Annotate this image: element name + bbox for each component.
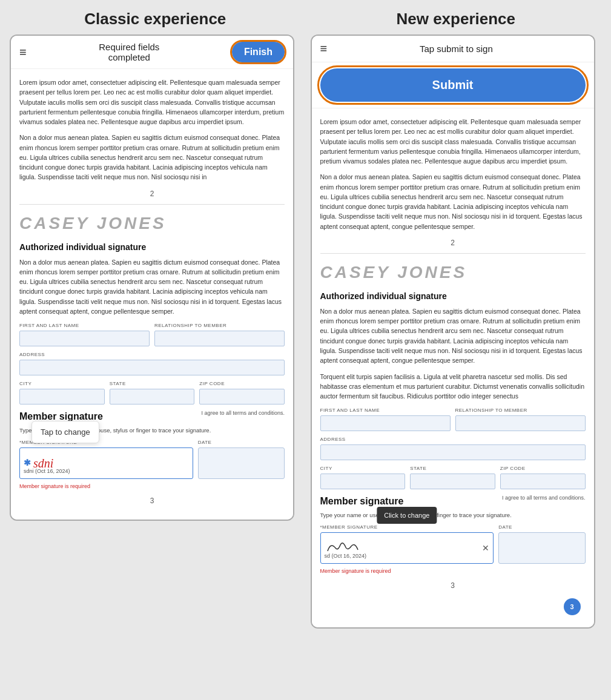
new-city-input[interactable] xyxy=(320,474,406,489)
new-sig-clear-button[interactable]: ✕ xyxy=(482,541,489,554)
classic-title: Classic experience xyxy=(10,10,301,28)
new-error-text: Member signature is required xyxy=(320,567,586,576)
classic-state-field: STATE xyxy=(110,380,195,404)
classic-sig-box[interactable]: ✱ sdni sdni (Oct 16, 2024) xyxy=(19,447,193,479)
new-hamburger-icon[interactable]: ≡ xyxy=(320,42,328,56)
new-sig-field-wrapper: Click to change *MEMBER SIGNATURE ✕ sd (… xyxy=(320,524,494,564)
new-page-number-2: 2 xyxy=(320,237,586,248)
new-first-last-label: FIRST AND LAST NAME xyxy=(320,407,451,414)
classic-phone-frame: ≡ Required fields completed Finish Lorem… xyxy=(10,35,294,521)
classic-zip-field: ZIP CODE xyxy=(199,380,285,404)
new-member-sig-header: Member signature I agree to all terms an… xyxy=(320,494,586,509)
new-header: ≡ Tap submit to sign xyxy=(312,36,594,62)
new-date-field: DATE xyxy=(498,524,585,564)
new-type-instruction: Type your name or use your mouse, stylus… xyxy=(320,511,586,520)
new-terms-text: I agree to all terms and conditions. xyxy=(502,494,586,503)
classic-header-title: Required fields completed xyxy=(27,42,232,62)
classic-address-field: ADDRESS xyxy=(19,351,285,375)
classic-relationship-input[interactable] xyxy=(154,331,285,346)
new-address-field: ADDRESS xyxy=(320,436,586,460)
new-city-label: CITY xyxy=(320,465,406,472)
new-phone-frame: ≡ Tap submit to sign Submit Lorem ipsum … xyxy=(311,35,595,629)
classic-tap-to-change-tooltip[interactable]: Tap to change xyxy=(31,421,99,444)
new-submit-wrapper: Submit xyxy=(312,62,594,108)
classic-relationship-label: RELATIONSHIP TO MEMBER xyxy=(154,322,285,329)
classic-city-field: CITY xyxy=(19,380,105,404)
new-lorem1: Lorem ipsum odor amet, consectetuer adip… xyxy=(320,117,586,166)
classic-date-field: DATE xyxy=(198,439,285,479)
new-title: New experience xyxy=(311,10,602,28)
classic-body-text: Non a dolor mus aenean platea. Sapien eu… xyxy=(19,257,285,317)
new-submit-button[interactable]: Submit xyxy=(320,68,586,102)
new-date-input[interactable] xyxy=(498,532,585,564)
classic-address-label: ADDRESS xyxy=(19,351,285,358)
new-zip-label: ZIP CODE xyxy=(500,465,586,472)
classic-address-input[interactable] xyxy=(19,360,285,375)
new-signature-name: CASEY JONES xyxy=(320,260,586,285)
classic-sig-row: Tap to change *MEMBER SIGNATURE ✱ sdni s… xyxy=(19,439,285,479)
classic-error-text: Member signature is required xyxy=(19,483,285,491)
classic-sig-field-wrapper: Tap to change *MEMBER SIGNATURE ✱ sdni s… xyxy=(19,439,193,479)
classic-section-title: Authorized individual signature xyxy=(19,241,285,254)
classic-page-number-2: 2 xyxy=(19,188,285,199)
new-section-title: Authorized individual signature xyxy=(320,290,586,303)
classic-lorem2: Non a dolor mus aenean platea. Sapien eu… xyxy=(19,133,285,182)
classic-name-relationship-row: FIRST AND LAST NAME RELATIONSHIP TO MEMB… xyxy=(19,322,285,346)
classic-relationship-field: RELATIONSHIP TO MEMBER xyxy=(154,322,285,346)
new-city-state-zip-row: CITY STATE ZIP CODE xyxy=(320,465,586,489)
classic-zip-input[interactable] xyxy=(199,389,285,404)
classic-state-label: STATE xyxy=(110,380,195,388)
new-sig-date: sd (Oct 16, 2024) xyxy=(325,552,367,561)
classic-first-last-label: FIRST AND LAST NAME xyxy=(19,322,150,329)
classic-first-last-input[interactable] xyxy=(19,331,150,346)
new-lorem2: Non a dolor mus aenean platea. Sapien eu… xyxy=(320,172,586,231)
new-first-last-input[interactable] xyxy=(320,415,451,431)
new-sig-box[interactable]: ✕ sd (Oct 16, 2024) xyxy=(320,532,494,564)
classic-city-input[interactable] xyxy=(19,389,105,404)
classic-lorem1: Lorem ipsum odor amet, consectetuer adip… xyxy=(19,78,285,127)
new-phone-body: Lorem ipsum odor amet, consectetuer adip… xyxy=(312,108,594,627)
new-header-title: Tap submit to sign xyxy=(327,44,585,54)
classic-hamburger-icon[interactable]: ≡ xyxy=(19,45,27,59)
classic-header: ≡ Required fields completed Finish xyxy=(11,36,293,69)
new-click-to-change-tooltip[interactable]: Click to change xyxy=(377,507,437,524)
classic-city-state-zip-row: CITY STATE ZIP CODE xyxy=(19,380,285,404)
new-state-label: STATE xyxy=(410,465,495,472)
new-name-relationship-row: FIRST AND LAST NAME RELATIONSHIP TO MEMB… xyxy=(320,407,586,431)
new-relationship-label: RELATIONSHIP TO MEMBER xyxy=(455,407,586,414)
classic-state-input[interactable] xyxy=(110,389,195,404)
new-badge-number: 3 xyxy=(564,598,581,615)
classic-page-number-3: 3 xyxy=(19,495,285,506)
classic-finish-button[interactable]: Finish xyxy=(232,42,285,62)
new-body-text1: Non a dolor mus aenean platea. Sapien eu… xyxy=(320,306,586,366)
new-body-text2: Torquent elit turpis sapien facilisis a.… xyxy=(320,372,586,401)
classic-date-label: DATE xyxy=(198,439,285,446)
new-address-label: ADDRESS xyxy=(320,436,586,443)
new-zip-input[interactable] xyxy=(500,474,586,489)
new-city-field: CITY xyxy=(320,465,406,489)
new-zip-field: ZIP CODE xyxy=(500,465,586,489)
new-address-input[interactable] xyxy=(320,444,586,460)
new-sig-label: *MEMBER SIGNATURE xyxy=(320,524,494,531)
new-page-number-3: 3 xyxy=(320,580,586,591)
new-date-label: DATE xyxy=(498,524,585,531)
classic-date-input[interactable] xyxy=(198,447,285,479)
classic-terms-text: I agree to all terms and conditions. xyxy=(201,409,285,418)
classic-signature-name: CASEY JONES xyxy=(19,211,285,236)
new-state-input[interactable] xyxy=(410,474,495,489)
new-sig-row: Click to change *MEMBER SIGNATURE ✕ sd (… xyxy=(320,524,586,564)
classic-phone-body: Lorem ipsum odor amet, consectetuer adip… xyxy=(11,69,293,520)
new-relationship-field: RELATIONSHIP TO MEMBER xyxy=(455,407,586,431)
new-state-field: STATE xyxy=(410,465,495,489)
classic-first-last-field: FIRST AND LAST NAME xyxy=(19,322,150,346)
classic-city-label: CITY xyxy=(19,380,105,388)
classic-sig-date: sdni (Oct 16, 2024) xyxy=(24,467,70,476)
new-relationship-input[interactable] xyxy=(455,415,586,431)
new-first-last-field: FIRST AND LAST NAME xyxy=(320,407,451,431)
classic-zip-label: ZIP CODE xyxy=(199,380,285,388)
new-bottom-indicator: 3 xyxy=(320,596,586,619)
